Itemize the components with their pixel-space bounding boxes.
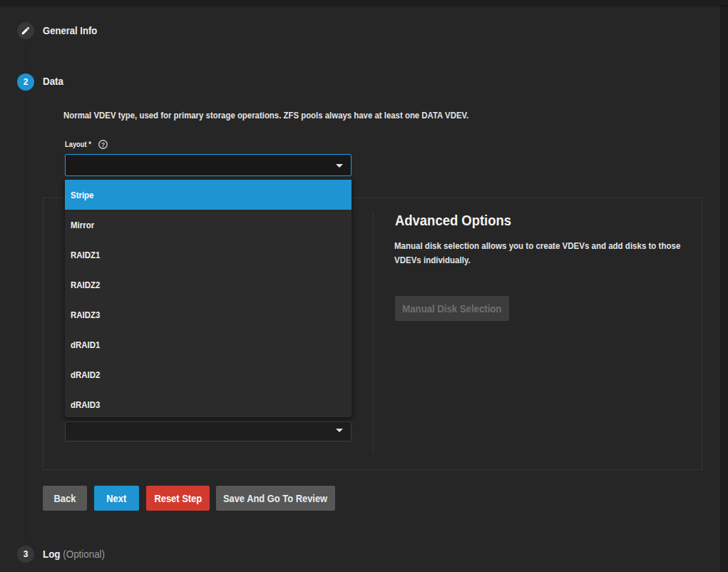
svg-text:?: ? <box>101 141 105 148</box>
